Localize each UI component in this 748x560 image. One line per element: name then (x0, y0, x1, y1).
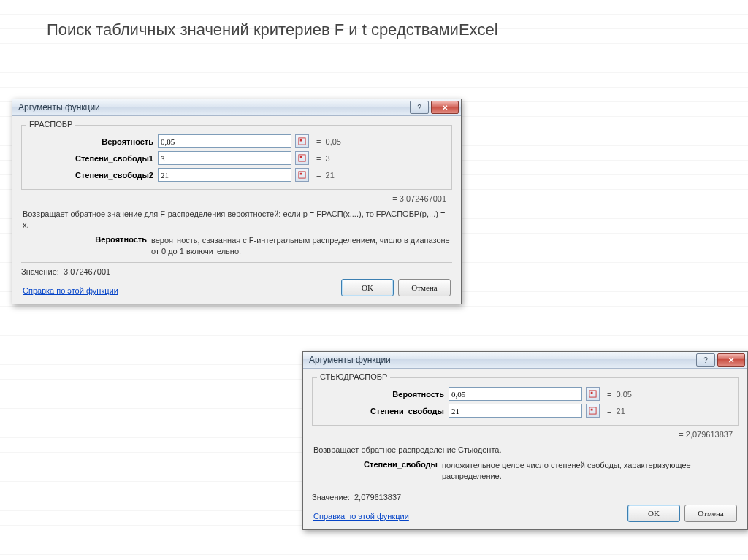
arg-row-probability: Вероятность = 0,05 (320, 387, 730, 401)
range-select-icon[interactable] (586, 404, 600, 418)
arguments-group: СТЬЮДРАСПОБР Вероятность = 0,05 Степени_… (312, 377, 739, 426)
close-button[interactable]: ✕ (717, 353, 745, 367)
equals-label: = 21 (607, 407, 625, 415)
function-name: FРАСПОБР (26, 120, 75, 129)
help-link[interactable]: Справка по этой функции (23, 286, 118, 295)
separator (312, 488, 739, 488)
argdesc-name: Степени_свободы (313, 460, 442, 482)
value-line: Значение: 2,079613837 (312, 493, 739, 502)
range-select-icon[interactable] (586, 387, 600, 401)
function-arguments-dialog-1: Аргументы функции ? ✕ FРАСПОБР Вероятнос… (12, 99, 462, 304)
function-result: = 2,079613837 (312, 430, 739, 439)
arguments-group: FРАСПОБР Вероятность = 0,05 Степени_своб… (21, 125, 452, 190)
function-result: = 3,072467001 (21, 194, 452, 203)
help-link[interactable]: Справка по этой функции (313, 512, 409, 521)
function-description: Возвращает обратное значение для F-распр… (23, 209, 451, 231)
function-arguments-dialog-2: Аргументы функции ? ✕ СТЬЮДРАСПОБР Вероя… (302, 351, 748, 530)
ok-button[interactable]: OK (627, 505, 680, 522)
arg-label: Степени_свободы (320, 407, 449, 415)
help-button[interactable]: ? (696, 353, 715, 367)
argdesc-name: Вероятность (23, 235, 151, 257)
equals-label: = 21 (316, 171, 335, 180)
titlebar[interactable]: Аргументы функции ? ✕ (303, 352, 747, 369)
df1-input[interactable] (158, 151, 291, 165)
probability-input[interactable] (449, 387, 582, 401)
arg-row-probability: Вероятность = 0,05 (29, 134, 444, 148)
svg-rect-5 (300, 173, 302, 175)
cancel-button[interactable]: Отмена (398, 279, 451, 296)
equals-label: = 0,05 (607, 390, 632, 399)
svg-rect-1 (300, 139, 302, 142)
help-button[interactable]: ? (410, 101, 429, 114)
arg-row-df1: Степени_свободы1 = 3 (29, 151, 444, 165)
argument-description: Вероятность вероятность, связанная с F-и… (23, 235, 451, 257)
function-name: СТЬЮДРАСПОБР (317, 372, 390, 381)
function-description: Возвращает обратное распределение Стьюде… (313, 445, 737, 456)
df2-input[interactable] (158, 168, 291, 182)
arg-label: Вероятность (320, 390, 449, 399)
svg-rect-9 (591, 409, 593, 411)
df-input[interactable] (449, 404, 582, 418)
equals-label: = 3 (316, 154, 330, 163)
probability-input[interactable] (158, 134, 291, 148)
separator (21, 262, 452, 263)
ok-button[interactable]: OK (341, 279, 394, 296)
range-select-icon[interactable] (295, 151, 309, 165)
titlebar[interactable]: Аргументы функции ? ✕ (12, 99, 461, 116)
argdesc-text: положительное целое число степеней свобо… (442, 460, 737, 482)
dialog-title: Аргументы функции (18, 102, 100, 112)
dialog-title: Аргументы функции (309, 355, 391, 365)
arg-row-df: Степени_свободы = 21 (320, 404, 730, 418)
svg-rect-3 (300, 156, 302, 158)
cancel-button[interactable]: Отмена (684, 505, 737, 522)
close-button[interactable]: ✕ (431, 101, 459, 114)
value-line: Значение: 3,072467001 (21, 267, 452, 276)
equals-label: = 0,05 (316, 137, 341, 146)
argument-description: Степени_свободы положительное целое числ… (313, 460, 737, 482)
page-title: Поиск табличных значений критериев F и t… (47, 20, 498, 39)
range-select-icon[interactable] (295, 134, 309, 148)
arg-label: Вероятность (29, 137, 158, 146)
window-controls: ? ✕ (696, 353, 745, 367)
window-controls: ? ✕ (410, 101, 459, 114)
range-select-icon[interactable] (295, 168, 309, 182)
argdesc-text: вероятность, связанная с F-интегральным … (151, 235, 451, 257)
svg-rect-7 (591, 392, 593, 394)
arg-label: Степени_свободы2 (29, 171, 158, 180)
arg-row-df2: Степени_свободы2 = 21 (29, 168, 444, 182)
arg-label: Степени_свободы1 (29, 154, 158, 163)
